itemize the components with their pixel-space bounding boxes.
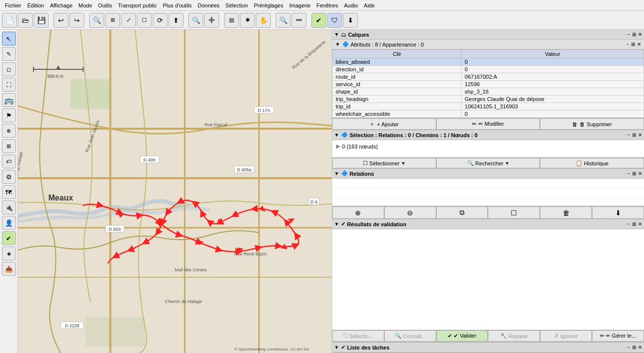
zoom-area-tool[interactable]: ⊕ <box>2 124 16 138</box>
rel-download-button[interactable]: ⬇ <box>592 206 644 219</box>
layers-button[interactable]: ▤ <box>224 13 239 28</box>
val-collapse-icon[interactable]: ▼ <box>334 221 339 227</box>
val-close-icon[interactable]: ✕ <box>638 221 642 227</box>
upload-button[interactable]: ⬆ <box>169 13 183 28</box>
flag-tool[interactable]: ⚑ <box>2 108 16 122</box>
menu-affichage[interactable]: Affichage <box>47 1 76 9</box>
zoom-fit-button[interactable]: ⊞ <box>105 13 120 28</box>
attributes-table-container[interactable]: Clé Valeur bikes_allowed0direction_id0ro… <box>332 50 644 118</box>
menu-fichier[interactable]: Fichier <box>2 1 24 9</box>
validate-button[interactable]: ✔ ✔ Valider <box>436 330 488 342</box>
add-attribute-button[interactable]: ＋ + Ajouter <box>332 118 436 130</box>
layers-minimize-icon[interactable]: − <box>627 32 630 37</box>
layers-close-icon[interactable]: ✕ <box>638 32 642 37</box>
new-button[interactable]: 📄 <box>2 13 17 28</box>
draw-area-tool[interactable]: ◻ <box>2 62 16 76</box>
menu-outils[interactable]: Outils <box>95 1 115 9</box>
attribute-row-2[interactable]: route_id067167002:A <box>333 73 644 81</box>
tasks-collapse-icon[interactable]: ▼ <box>334 345 339 350</box>
upload2-tool[interactable]: 📤 <box>2 262 16 276</box>
draw-way-tool[interactable]: ✎ <box>2 47 16 61</box>
sel-maximize-icon[interactable]: ⊞ <box>632 132 636 138</box>
improve-tool[interactable]: ⛶ <box>2 78 16 92</box>
undo-button[interactable]: ↩ <box>54 13 68 28</box>
save-button[interactable]: 💾 <box>34 13 49 28</box>
attribute-row-1[interactable]: direction_id0 <box>333 66 644 73</box>
menu-aide[interactable]: Aide <box>361 1 378 9</box>
history-button[interactable]: 📋 Historique <box>540 158 644 168</box>
layers-maximize-icon[interactable]: ⊞ <box>632 32 636 37</box>
zoom-out-button[interactable]: ➖ <box>292 13 306 28</box>
menu-selection[interactable]: Sélection <box>223 1 251 9</box>
attr-collapse-icon[interactable]: ▼ <box>335 42 340 47</box>
attribute-row-3[interactable]: service_id12596 <box>333 81 644 88</box>
map-tool[interactable]: 🗺 <box>2 185 16 199</box>
rel-remove-button[interactable]: ⊖ <box>384 206 436 219</box>
rel-close-icon[interactable]: ✕ <box>638 171 642 176</box>
menu-audio[interactable]: Audio <box>341 1 361 9</box>
download-button[interactable]: ⬇ <box>343 13 358 28</box>
attribute-row-4[interactable]: shape_idshp_3_16 <box>333 88 644 96</box>
val-maximize-icon[interactable]: ⊞ <box>632 221 636 227</box>
menu-plus-outils[interactable]: Plus d'outils <box>160 1 194 9</box>
zoom-in-button[interactable]: 🔍 <box>89 13 104 28</box>
menu-imagerie[interactable]: Imagerie <box>286 1 313 9</box>
zoom-plus-button[interactable]: ➕ <box>204 13 219 28</box>
select-node-button[interactable]: ☐ <box>137 13 152 28</box>
attribute-row-6[interactable]: trip_id106241105-1_316903 <box>333 103 644 110</box>
check-tool[interactable]: ✔ <box>2 231 16 245</box>
tasks-minimize-icon[interactable]: − <box>627 345 630 350</box>
val-minimize-icon[interactable]: − <box>627 221 630 227</box>
shield-button[interactable]: 🛡 <box>327 13 342 28</box>
search-button[interactable]: 🔍 <box>188 13 203 28</box>
rel-add-button[interactable]: ⊕ <box>332 206 384 219</box>
val-select-button[interactable]: ☐ Sélectio... <box>332 330 384 342</box>
menu-edition[interactable]: Édition <box>24 1 47 9</box>
rel-minimize-icon[interactable]: − <box>627 171 630 176</box>
attribute-row-5[interactable]: trip_headsignGeorges Claude Quai de dépo… <box>333 96 644 103</box>
tasks-close-icon[interactable]: ✕ <box>638 345 642 350</box>
tags-tool[interactable]: 🏷 <box>2 154 16 168</box>
cursor-tool[interactable]: ↖ <box>2 32 16 46</box>
attr-close-icon[interactable]: ✕ <box>637 42 641 47</box>
map-canvas[interactable]: D 17A D 406 D 603 D 405a D 6 D 2228 Rue … <box>18 30 332 353</box>
attribute-row-7[interactable]: wheelchair_accessible0 <box>333 110 644 118</box>
menu-transport-public[interactable]: Transport public <box>115 1 160 9</box>
layers-tool[interactable]: ⊞ <box>2 139 16 153</box>
refresh-button[interactable]: ⟳ <box>153 13 168 28</box>
search-sel-button[interactable]: 🔍 Rechercher ▼ <box>436 158 540 168</box>
gear-tool[interactable]: ⚙ <box>2 170 16 184</box>
manage-button[interactable]: ✏ ✏ Gérer le... <box>592 330 644 342</box>
menu-donnees[interactable]: Données <box>195 1 223 9</box>
bus-tool[interactable]: 🚌 <box>2 93 16 107</box>
sel-collapse-icon[interactable]: ▼ <box>334 132 339 138</box>
rel-edit-button[interactable]: ⧉ <box>436 206 488 219</box>
menu-prereglages[interactable]: Préréglages <box>251 1 286 9</box>
validate-tb-button[interactable]: ✔ <box>311 13 326 28</box>
delete-attribute-button[interactable]: 🗑 🗑 Supprimer <box>540 118 644 130</box>
redo-button[interactable]: ↪ <box>69 13 84 28</box>
val-consult-button[interactable]: 🔍 Consult... <box>384 330 436 342</box>
selection-tree-item[interactable]: ▶ 0 (163 nœuds) <box>336 142 640 151</box>
sel-close-icon[interactable]: ✕ <box>638 132 642 138</box>
rel-collapse-icon[interactable]: ▼ <box>334 171 339 176</box>
menu-fenetres[interactable]: Fenêtres <box>313 1 341 9</box>
rel-select-button[interactable]: ☐ <box>488 206 540 219</box>
ignore-button[interactable]: ✗ Ignorer <box>540 330 592 342</box>
attr-maximize-icon[interactable]: ⊞ <box>631 42 635 47</box>
attr-minimize-icon[interactable]: − <box>626 42 629 47</box>
layers-collapse-icon[interactable]: ▼ <box>334 32 339 37</box>
rel-maximize-icon[interactable]: ⊞ <box>632 171 636 176</box>
user-tool[interactable]: 👤 <box>2 216 16 230</box>
tasks-maximize-icon[interactable]: ⊞ <box>632 345 636 350</box>
plug-tool[interactable]: 🔌 <box>2 201 16 214</box>
diamond-tool[interactable]: ◈ <box>2 247 16 260</box>
node-button[interactable]: ✱ <box>240 13 255 28</box>
menu-mode[interactable]: Mode <box>75 1 95 9</box>
rel-delete-button[interactable]: 🗑 <box>540 206 592 219</box>
grab-button[interactable]: ✋ <box>256 13 271 28</box>
move-nodes-button[interactable]: ⤢ <box>121 13 136 28</box>
modify-attribute-button[interactable]: ✏ ✏ Modifier <box>436 118 540 130</box>
search2-button[interactable]: 🔍 <box>276 13 291 28</box>
sel-minimize-icon[interactable]: − <box>627 132 630 138</box>
